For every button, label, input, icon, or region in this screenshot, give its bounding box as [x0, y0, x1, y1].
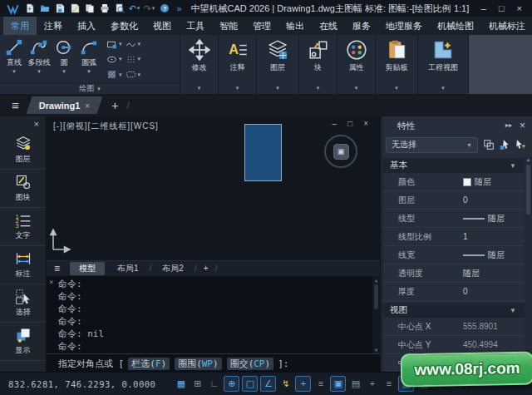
ribbon-tab-12[interactable]: 地理服务	[378, 17, 430, 35]
grid-icon[interactable]: ▦	[174, 377, 188, 391]
close-tab-icon[interactable]: ×	[85, 101, 90, 110]
polyline-button[interactable]: 多段线 ▾	[27, 37, 52, 82]
selection-dropdown[interactable]: 无选择 ▼	[386, 137, 478, 153]
new-file-icon[interactable]	[23, 2, 36, 14]
command-prompt[interactable]: 指定对角点或 [ 栏选(F)圈围(WP)圈交(CP) ]:	[47, 353, 380, 373]
panel-expand-icon[interactable]: ▾	[441, 85, 445, 94]
drawing-viewport[interactable]: [-][俯视][二维线框][WCS] – □ × ▣	[47, 116, 380, 260]
sidebar-close-icon[interactable]: ×	[34, 119, 39, 129]
ortho-icon[interactable]: ∟	[207, 377, 221, 391]
doc-tab-drawing1[interactable]: Drawing1 ×	[26, 96, 102, 114]
scroll-up-icon[interactable]: ▲	[372, 277, 380, 283]
panel-expand-icon[interactable]: ▾	[317, 85, 320, 94]
navigation-compass[interactable]: ▣	[324, 135, 357, 168]
help-icon[interactable]: ?	[158, 2, 170, 14]
ribbon-tab-13[interactable]: 机械绘图	[430, 17, 481, 35]
annotation-visibility-icon[interactable]: +	[365, 377, 379, 391]
revision-cloud-button[interactable]: ▾	[124, 67, 143, 82]
command-scrollbar[interactable]: ▲ ▼	[372, 276, 380, 354]
redo-icon[interactable]: ↷▾	[143, 2, 155, 14]
ribbon-tab-8[interactable]: 管理	[245, 17, 278, 35]
snap-tracking-icon[interactable]: ∠	[260, 376, 276, 392]
save-as-icon[interactable]	[68, 2, 81, 14]
layout-menu-icon[interactable]: ≡	[54, 263, 60, 274]
close-button[interactable]: ×	[517, 4, 522, 13]
drawing-frame-rectangle[interactable]	[244, 124, 282, 181]
prompt-option-f[interactable]: 栏选(F)	[128, 358, 170, 370]
chevron-down-icon[interactable]: ▾	[119, 41, 122, 47]
property-row[interactable]: 透明度 随层	[383, 264, 525, 283]
chevron-down-icon[interactable]: ▾	[138, 72, 141, 78]
chevron-down-icon[interactable]: ▾	[138, 56, 141, 62]
panel-engineering-view[interactable]: 工程视图 ▾	[418, 35, 469, 94]
sidebar-item-display[interactable]: 显示	[0, 323, 46, 361]
print-icon[interactable]	[98, 2, 111, 14]
property-row[interactable]: 线宽 随层	[383, 246, 525, 264]
section-header-基本[interactable]: 基本▼	[383, 158, 525, 173]
object-snap-icon[interactable]: ▢	[242, 376, 258, 392]
point-button[interactable]: ▾	[124, 52, 143, 67]
draw-panel-label[interactable]: 绘图▾	[0, 82, 180, 94]
lineweight-icon[interactable]: ≡	[313, 377, 328, 391]
layout-tab-3[interactable]: 布局2	[153, 262, 193, 275]
panel-move[interactable]: 修改 ▾	[180, 35, 219, 94]
section-header-视图[interactable]: 视图▼	[383, 303, 525, 318]
property-row[interactable]: 中心点 X 555.8901	[383, 318, 525, 336]
scroll-thumb[interactable]	[374, 284, 378, 309]
chevron-down-icon[interactable]: ▼	[510, 162, 516, 170]
panel-annotate[interactable]: A 注释 ▾	[219, 35, 257, 94]
panel-clipboard[interactable]: 剪贴板 ▾	[376, 35, 418, 94]
chevron-down-icon[interactable]: ▾	[119, 56, 122, 62]
ribbon-tab-11[interactable]: 服务	[345, 17, 378, 35]
properties-scrollbar[interactable]: ▲	[525, 156, 532, 373]
panel-expand-icon[interactable]: ▾	[198, 85, 201, 94]
ribbon-tab-4[interactable]: 参数化	[103, 17, 145, 35]
ribbon-tab-9[interactable]: 输出	[278, 17, 312, 35]
command-window-close-icon[interactable]: ×	[49, 278, 53, 286]
ribbon-tab-10[interactable]: 在线	[312, 17, 345, 35]
command-history[interactable]: × 命令:命令:命令:命令:命令: nil命令: ▲ ▼	[47, 276, 380, 354]
chevron-down-icon[interactable]: ▾	[138, 41, 141, 47]
drawing-close-button[interactable]: ×	[363, 120, 368, 128]
chevron-down-icon[interactable]: ▾	[12, 68, 16, 75]
plot-preview-icon[interactable]	[113, 2, 126, 14]
chevron-down-icon[interactable]: ▾	[87, 68, 91, 75]
panel-block[interactable]: 块 ▾	[299, 35, 337, 94]
select-objects-icon[interactable]	[497, 138, 511, 152]
chevron-down-icon[interactable]: ▾	[62, 68, 66, 75]
scroll-down-icon[interactable]: ▼	[372, 347, 380, 353]
undo-icon[interactable]: ↶▾	[128, 2, 140, 14]
ribbon-tab-2[interactable]: 注释	[37, 17, 70, 35]
ribbon-tab-7[interactable]: 智能	[212, 17, 245, 35]
drawing-restore-button[interactable]: □	[347, 120, 352, 128]
chevron-down-icon[interactable]: ▼	[510, 307, 516, 314]
ellipse-button[interactable]: ▾	[105, 52, 124, 67]
prompt-option-wp[interactable]: 圈围(WP)	[175, 358, 222, 370]
prompt-option-cp[interactable]: 圈交(CP)	[227, 358, 274, 370]
new-drawing-tab-button[interactable]: +	[111, 99, 118, 112]
panel-expand-icon[interactable]: ▾	[276, 85, 279, 94]
quick-select-icon[interactable]	[481, 138, 495, 152]
ribbon-tab-3[interactable]: 插入	[70, 17, 103, 35]
palette-close-icon[interactable]: ×	[520, 121, 525, 131]
line-button[interactable]: 直线 ▾	[2, 37, 27, 82]
property-row[interactable]: 颜色 随层	[383, 173, 525, 191]
layout-tab-2[interactable]: 布局1	[108, 262, 148, 275]
sidebar-item-text[interactable]: 123 文字	[0, 208, 46, 246]
new-layout-button[interactable]: +	[204, 264, 209, 273]
scroll-thumb[interactable]	[526, 165, 530, 215]
property-row[interactable]: 线型比例 1	[383, 228, 525, 246]
layout-tab-1[interactable]: 模型	[70, 262, 105, 275]
hatch-button[interactable]: ▾	[105, 67, 124, 82]
snap-icon[interactable]: ⊞	[190, 377, 204, 391]
ribbon-tab-5[interactable]: 视图	[145, 17, 179, 35]
maximize-button[interactable]: □	[499, 4, 505, 13]
chevron-down-icon[interactable]: ▾	[37, 68, 41, 75]
panel-properties[interactable]: 属性 ▾	[337, 35, 376, 94]
property-row[interactable]: 厚度 0	[383, 283, 525, 301]
panel-layers[interactable]: 图层 ▾	[257, 35, 299, 94]
dynamic-input-icon[interactable]: +	[295, 376, 311, 392]
dynamic-ucs-icon[interactable]: ↯	[278, 377, 293, 391]
open-folder-icon[interactable]	[38, 2, 51, 14]
doc-menu-icon[interactable]: ≡	[12, 99, 19, 111]
